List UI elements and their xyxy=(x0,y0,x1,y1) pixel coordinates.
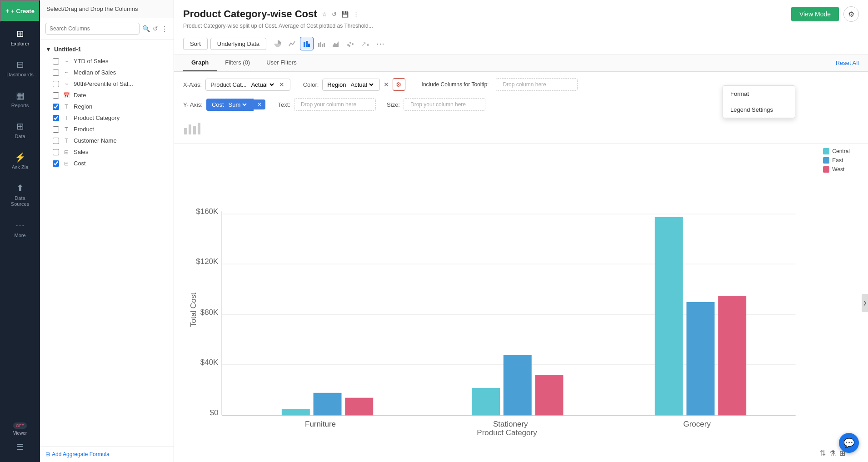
hamburger-icon[interactable]: ☰ xyxy=(16,437,24,457)
customer-name-checkbox[interactable] xyxy=(53,138,59,144)
chevron-down-icon: ▼ xyxy=(45,46,51,53)
color-agg-select[interactable]: Actual xyxy=(349,81,375,89)
date-checkbox[interactable] xyxy=(53,92,59,99)
table-icon: ⊟ xyxy=(63,149,70,155)
sidebar-item-dashboards[interactable]: ⊟ Dashboards xyxy=(0,53,40,84)
measure-icon-3: ~ xyxy=(63,81,70,87)
chart-legend: Central East West xyxy=(823,148,850,173)
sidebar-header: Select/Drag and Drop the Columns xyxy=(40,0,174,18)
svg-text:Furniture: Furniture xyxy=(305,420,336,428)
settings-icon-button[interactable]: ⚙ xyxy=(843,6,859,22)
svg-rect-2 xyxy=(308,44,310,47)
tooltip-drop-zone[interactable]: Drop column here xyxy=(496,78,578,91)
customer-name-label: Customer Name xyxy=(74,137,117,144)
column-item-sales[interactable]: ⊟ Sales xyxy=(40,146,174,158)
x-axis-agg-select[interactable]: Actual xyxy=(249,81,275,89)
cost-checkbox[interactable] xyxy=(53,160,59,167)
text-label: Text: xyxy=(278,101,290,108)
sidebar-search-area: 🔍 ↺ ⋮ xyxy=(40,18,174,40)
bar-furniture-central xyxy=(282,409,310,415)
viewer-toggle[interactable]: OFF xyxy=(13,422,27,429)
chart-type-area[interactable] xyxy=(329,37,343,50)
sales-label: Sales xyxy=(74,149,89,155)
chart-type-bar[interactable] xyxy=(300,37,314,50)
more-report-icon[interactable]: ⋮ xyxy=(353,11,359,18)
column-item-product-category[interactable]: T Product Category xyxy=(40,112,174,124)
median-sales-checkbox[interactable] xyxy=(53,70,59,76)
color-gear-button[interactable]: ⚙ xyxy=(393,78,405,91)
column-item-region[interactable]: T Region xyxy=(40,101,174,112)
create-button[interactable]: + + Create xyxy=(0,0,40,22)
chart-type-line[interactable] xyxy=(285,37,299,50)
chart-type-scatter[interactable] xyxy=(344,37,357,50)
main-content: Product Category-wise Cost ☆ ↺ 💾 ⋮ View … xyxy=(174,0,868,462)
sidebar-item-data[interactable]: ⊞ Data xyxy=(0,114,40,145)
dimension-icon: T xyxy=(63,104,70,110)
save-icon[interactable]: 💾 xyxy=(341,11,349,18)
column-item-customer-name[interactable]: T Customer Name xyxy=(40,135,174,146)
sidebar-item-explorer[interactable]: ⊞ Explorer xyxy=(0,22,40,53)
y-axis-field[interactable]: Cost Sum xyxy=(206,99,254,111)
y-axis-agg-select[interactable]: Sum xyxy=(227,101,248,109)
data-label: Data xyxy=(15,134,25,139)
90th-checkbox[interactable] xyxy=(53,81,59,87)
refresh-icon[interactable]: ↺ xyxy=(153,25,158,32)
tab-graph[interactable]: Graph xyxy=(183,55,217,71)
sidebar-item-more[interactable]: ⋯ More xyxy=(0,214,40,244)
svg-rect-4 xyxy=(320,42,321,47)
sidebar-item-data-sources[interactable]: ⬆ DataSources xyxy=(0,176,40,214)
column-item-product[interactable]: T Product xyxy=(40,124,174,135)
tree-group-untitled[interactable]: ▼ Untitled-1 xyxy=(40,43,174,55)
product-category-checkbox[interactable] xyxy=(53,115,59,121)
svg-text:$40K: $40K xyxy=(200,358,219,367)
color-pill[interactable]: Region Actual xyxy=(322,79,379,91)
sort-button[interactable]: Sort xyxy=(183,38,208,50)
sort-action-icon[interactable]: ⇅ xyxy=(820,449,826,457)
tab-filters[interactable]: Filters (0) xyxy=(217,55,258,71)
text-drop-zone[interactable]: Drop your column here xyxy=(294,98,376,111)
legend-collapse-handle[interactable]: ❯ xyxy=(862,294,868,312)
chart-type-map[interactable]: ↗↙ xyxy=(358,37,372,50)
context-menu-format[interactable]: Format xyxy=(723,86,795,102)
legend-item-west: West xyxy=(823,166,850,173)
refresh-report-icon[interactable]: ↺ xyxy=(332,11,337,18)
filter-action-icon[interactable]: ⚗ xyxy=(829,449,836,457)
underlying-data-button[interactable]: Underlying Data xyxy=(210,38,266,50)
x-axis-label: X-Axis: xyxy=(183,81,202,88)
chart-type-pie[interactable] xyxy=(271,37,284,50)
sidebar-item-ask-zia[interactable]: ⚡ Ask Zia xyxy=(0,145,40,176)
measure-icon: ~ xyxy=(63,58,70,65)
column-item-date[interactable]: 📅 Date xyxy=(40,89,174,101)
region-checkbox[interactable] xyxy=(53,104,59,110)
x-axis-close-button[interactable]: ✕ xyxy=(278,81,285,88)
column-item-median-sales[interactable]: ~ Median of Sales xyxy=(40,67,174,78)
reset-all-link[interactable]: Reset All xyxy=(836,60,859,66)
product-checkbox[interactable] xyxy=(53,126,59,133)
chart-placeholder-icon xyxy=(183,119,201,135)
columns-more-icon[interactable]: ⋮ xyxy=(161,25,168,33)
viewer-label: Viewer xyxy=(13,431,27,436)
tab-user-filters[interactable]: User Filters xyxy=(258,55,304,71)
context-menu-legend-settings[interactable]: Legend Settings xyxy=(723,102,795,118)
size-drop-zone[interactable]: Drop your column here xyxy=(404,98,485,111)
color-close-button[interactable]: ✕ xyxy=(383,81,390,88)
view-mode-button[interactable]: View Mode xyxy=(791,7,839,21)
x-axis-field[interactable]: Product Cat... Actual ✕ xyxy=(205,79,290,91)
search-input[interactable] xyxy=(45,23,140,35)
legend-label-east: East xyxy=(832,157,843,164)
toolbar-more-icon[interactable]: ⋯ xyxy=(376,39,384,49)
chat-bubble-button[interactable]: 💬 xyxy=(839,433,859,453)
median-sales-label: Median of Sales xyxy=(74,69,116,76)
chart-type-grouped[interactable] xyxy=(314,37,328,50)
date-label: Date xyxy=(74,92,86,99)
ytd-sales-checkbox[interactable] xyxy=(53,58,59,65)
y-axis-close-button[interactable]: ✕ xyxy=(254,99,265,109)
sidebar-item-reports[interactable]: ▦ Reports xyxy=(0,84,40,114)
formula-icon: ⊟ xyxy=(45,451,50,457)
sales-checkbox[interactable] xyxy=(53,149,59,155)
column-item-cost[interactable]: ⊟ Cost xyxy=(40,158,174,169)
column-item-ytd-sales[interactable]: ~ YTD of Sales xyxy=(40,55,174,67)
star-icon[interactable]: ☆ xyxy=(322,11,327,18)
column-item-90th[interactable]: ~ 90thPercentile of Sal... xyxy=(40,78,174,89)
add-formula-link[interactable]: ⊟ Add Aggregate Formula xyxy=(45,451,168,457)
